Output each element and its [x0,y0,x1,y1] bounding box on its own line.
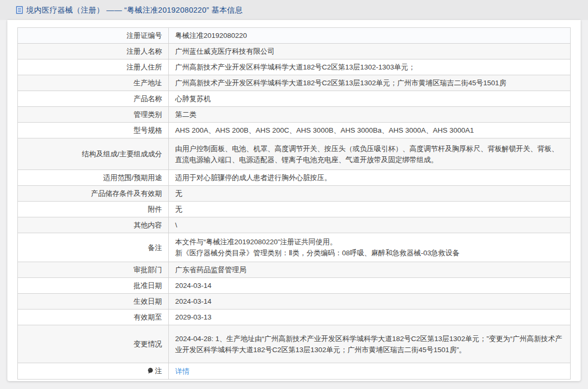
table-row: 适用范围/预期用途适用于对心脏骤停的成人患者进行胸外心脏按压。 [18,170,571,186]
row-label: 生产地址 [18,75,169,91]
row-value: AHS 200A、AHS 200B、AHS 200C、AHS 3000B、AHS… [169,123,571,138]
table-row: 型号规格AHS 200A、AHS 200B、AHS 200C、AHS 3000B… [18,123,571,138]
row-label: 产品储存条件及有效期 [18,186,169,202]
row-label: 批准日期 [18,278,169,294]
table-row: 变更情况2024-04-28: 1、生产地址由“广州高新技术产业开发区科学城科学… [18,325,571,363]
table-row: 有效期至2029-03-13 [18,310,571,325]
row-value: 广州高新技术产业开发区科学城科学大道182号C2区第13层1302-1303单元… [169,59,571,75]
row-value: 2024-04-28: 1、生产地址由“广州高新技术产业开发区科学城科学大道18… [169,325,571,363]
page-header: 境内医疗器械（注册） —— “粤械注准20192080220” 基本信息 [0,0,588,20]
row-label: 注册人住所 [18,59,169,75]
table-row: 生效日期2024-03-14 [18,294,571,310]
row-value: 广东省药品监督管理局 [169,262,571,278]
row-label: 管理类别 [18,107,169,123]
table-row: 注册人名称广州蓝仕威克医疗科技有限公司 [18,44,571,59]
row-value: 无 [169,202,571,217]
table-row: 备注本文件与“粤械注准20192080220”注册证共同使用。 新《医疗器械分类… [18,233,571,262]
info-table: 注册证编号粤械注准20192080220注册人名称广州蓝仕威克医疗科技有限公司注… [17,27,571,380]
row-label: 备注 [18,233,169,262]
row-value: 由用户控制面板、电池、机罩、高度调节开关、按压头（或负压吸引杯）、高度调节杆及胸… [169,138,571,170]
row-value: 2024-03-14 [169,278,571,294]
table-row: 审批部门广东省药品监督管理局 [18,262,571,278]
row-value: \ [169,217,571,233]
row-label: 结构及组成/主要组成成分 [18,138,169,170]
table-row: 产品名称心肺复苏机 [18,91,571,107]
row-label: 有效期至 [18,310,169,325]
row-label: 生效日期 [18,294,169,310]
table-row: 批准日期2024-03-14 [18,278,571,294]
info-card: 注册证编号粤械注准20192080220注册人名称广州蓝仕威克医疗科技有限公司注… [7,20,581,381]
row-value: 2029-03-13 [169,310,571,325]
table-row: 注册人住所广州高新技术产业开发区科学城科学大道182号C2区第13层1302-1… [18,59,571,75]
row-value: 第二类 [169,107,571,123]
row-value: 详情 [169,363,571,380]
row-label: 型号规格 [18,123,169,138]
row-label: 变更情况 [18,325,169,363]
row-value: 粤械注准20192080220 [169,28,571,44]
table-row: 其他内容\ [18,217,571,233]
row-label: 注册人名称 [18,44,169,59]
document-icon [16,6,23,14]
table-row: 结构及组成/主要组成成分由用户控制面板、电池、机罩、高度调节开关、按压头（或负压… [18,138,571,170]
table-row: 管理类别第二类 [18,107,571,123]
row-label: 附件 [18,202,169,217]
row-value: 心肺复苏机 [169,91,571,107]
table-row: 注详情 [18,363,571,380]
row-value: 本文件与“粤械注准20192080220”注册证共同使用。 新《医疗器械分类目录… [169,233,571,262]
row-label: 注 [18,363,169,380]
row-value: 无 [169,186,571,202]
row-label: 其他内容 [18,217,169,233]
row-label: 产品名称 [18,91,169,107]
row-value: 适用于对心脏骤停的成人患者进行胸外心脏按压。 [169,170,571,186]
detail-link[interactable]: 详情 [175,367,189,375]
table-row: 生产地址广州高新技术产业开发区科学城科学大道182号C2区第13层1302单元；… [18,75,571,91]
info-table-body: 注册证编号粤械注准20192080220注册人名称广州蓝仕威克医疗科技有限公司注… [18,28,571,380]
row-label: 审批部门 [18,262,169,278]
row-label: 适用范围/预期用途 [18,170,169,186]
page-title: 境内医疗器械（注册） —— “粤械注准20192080220” 基本信息 [26,5,242,15]
row-value: 广州蓝仕威克医疗科技有限公司 [169,44,571,59]
table-row: 产品储存条件及有效期无 [18,186,571,202]
table-row: 注册证编号粤械注准20192080220 [18,28,571,44]
table-row: 附件无 [18,202,571,217]
row-label: 注册证编号 [18,28,169,44]
row-value: 广州高新技术产业开发区科学城科学大道182号C2区第13层1302单元；广州市黄… [169,75,571,91]
note-icon [147,366,154,377]
row-value: 2024-03-14 [169,294,571,310]
